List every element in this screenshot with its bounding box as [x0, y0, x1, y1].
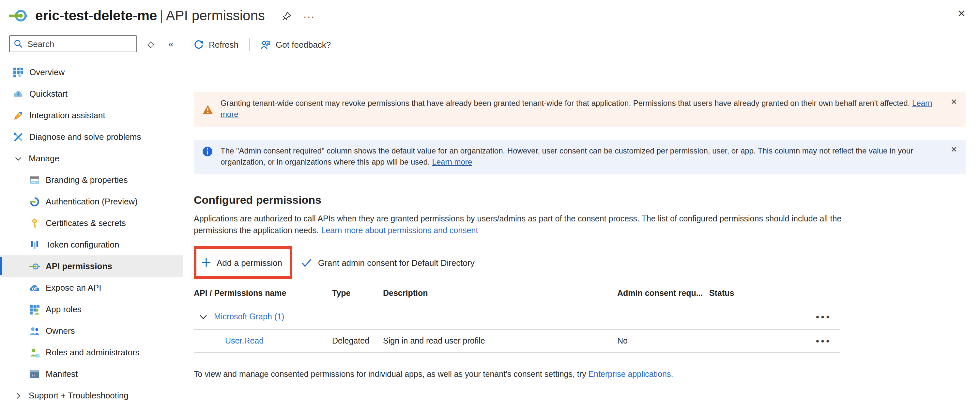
- search-input[interactable]: [9, 35, 137, 52]
- refresh-button[interactable]: Refresh: [194, 40, 239, 49]
- collapse-menu-icon[interactable]: «: [168, 38, 173, 49]
- sidebar-group-manage[interactable]: Manage: [0, 148, 183, 169]
- sidebar-item-overview[interactable]: Overview: [0, 61, 183, 83]
- sidebar: ◇ « Overview: [0, 29, 183, 405]
- authentication-icon: [29, 196, 40, 207]
- quickstart-icon: [13, 88, 24, 99]
- svg-text:www: www: [31, 181, 36, 183]
- expand-chevron-icon[interactable]: [199, 313, 207, 321]
- sidebar-item-token-configuration[interactable]: Token configuration: [0, 234, 183, 255]
- sidebar-item-label: App roles: [46, 304, 81, 314]
- sidebar-item-label: Quickstart: [29, 89, 68, 99]
- info-close-icon[interactable]: ✕: [951, 144, 957, 156]
- sidebar-group-label: Manage: [29, 153, 59, 163]
- sidebar-item-label: Branding & properties: [46, 175, 128, 185]
- grant-admin-consent-label: Grant admin consent for Default Director…: [318, 258, 475, 268]
- search-icon: [14, 39, 23, 48]
- app-registration-icon: [9, 6, 27, 25]
- sidebar-item-label: Owners: [46, 326, 75, 336]
- grant-admin-consent-button[interactable]: Grant admin consent for Default Director…: [302, 258, 475, 268]
- sidebar-item-label: Roles and administrators: [46, 348, 140, 357]
- info-banner: The "Admin consent required" column show…: [194, 140, 966, 174]
- owners-icon: [29, 325, 40, 336]
- sidebar-item-roles-administrators[interactable]: Roles and administrators: [0, 341, 183, 363]
- sidebar-group-label: Support + Troubleshooting: [29, 391, 129, 400]
- permissions-table: API / Permissions name Type Description …: [194, 285, 840, 353]
- sidebar-search-row: ◇ «: [9, 35, 183, 52]
- app-name: eric-test-delete-me: [35, 8, 157, 23]
- chevron-down-icon: [14, 155, 22, 162]
- column-header-api-permissions-name[interactable]: API / Permissions name: [194, 289, 332, 298]
- checkmark-icon: [302, 258, 312, 267]
- refresh-label: Refresh: [209, 40, 239, 49]
- sidebar-item-branding-properties[interactable]: www Branding & properties: [0, 169, 183, 191]
- command-bar: Refresh Got feedback?: [194, 31, 966, 57]
- sidebar-item-label: Manifest: [46, 369, 78, 379]
- sidebar-item-label: Authentication (Preview): [46, 196, 138, 206]
- sidebar-item-certificates-secrets[interactable]: Certificates & secrets: [0, 212, 183, 234]
- section-title: Configured permissions: [194, 194, 966, 207]
- sidebar-item-manifest[interactable]: {} Manifest: [0, 363, 183, 385]
- toolbar-separator: [249, 38, 250, 51]
- blade-header: eric-test-delete-me|API permissions ··· …: [0, 0, 980, 29]
- permission-description-cell: Sign in and read user profile: [383, 337, 617, 346]
- warning-banner: Granting tenant-wide consent may revoke …: [194, 92, 966, 127]
- roles-administrators-icon: [29, 347, 40, 357]
- title-separator: |: [157, 8, 166, 23]
- blade-name: API permissions: [166, 8, 264, 23]
- warning-icon: [202, 104, 213, 115]
- column-header-description[interactable]: Description: [383, 289, 617, 298]
- feedback-label: Got feedback?: [276, 40, 331, 49]
- close-blade-icon[interactable]: ✕: [958, 8, 966, 19]
- feedback-button[interactable]: Got feedback?: [260, 40, 331, 49]
- sidebar-item-label: Certificates & secrets: [46, 218, 126, 228]
- key-icon: [29, 218, 40, 228]
- sidebar-item-expose-an-api[interactable]: Expose an API: [0, 277, 183, 298]
- sidebar-item-diagnose[interactable]: Diagnose and solve problems: [0, 126, 183, 148]
- api-permissions-icon: [29, 261, 40, 271]
- sidebar-item-app-roles[interactable]: App roles: [0, 298, 183, 320]
- column-header-status[interactable]: Status: [709, 289, 783, 298]
- warning-close-icon[interactable]: ✕: [951, 97, 957, 108]
- sidebar-item-owners[interactable]: Owners: [0, 320, 183, 341]
- permission-type-cell: Delegated: [332, 337, 383, 346]
- azure-portal-blade: eric-test-delete-me|API permissions ··· …: [0, 0, 980, 418]
- table-row-permission: User.Read Delegated Sign in and read use…: [194, 330, 840, 352]
- warning-text: Granting tenant-wide consent may revoke …: [221, 98, 937, 121]
- sidebar-item-label: Token configuration: [46, 240, 119, 249]
- table-row-group: Microsoft Graph (1) ●●●: [194, 304, 840, 329]
- permissions-consent-link[interactable]: Learn more about permissions and consent: [321, 226, 478, 235]
- sidebar-item-api-permissions[interactable]: API permissions: [0, 255, 183, 277]
- actions-row: Add a permission Grant admin consent for…: [194, 246, 966, 279]
- info-learn-more-link[interactable]: Learn more: [432, 157, 472, 166]
- refresh-icon: [194, 40, 204, 49]
- more-menu-icon[interactable]: ···: [303, 10, 315, 21]
- page-title: eric-test-delete-me|API permissions: [35, 8, 265, 24]
- sidebar-group-support-troubleshooting[interactable]: Support + Troubleshooting: [0, 385, 183, 405]
- sidebar-item-label: Diagnose and solve problems: [29, 132, 141, 142]
- toolbar-divider: [194, 63, 966, 63]
- sidebar-item-label: Integration assistant: [29, 110, 105, 120]
- row-more-actions-icon[interactable]: ●●●: [816, 314, 840, 320]
- api-group-link[interactable]: Microsoft Graph (1): [214, 312, 284, 321]
- table-header-row: API / Permissions name Type Description …: [194, 285, 840, 304]
- sidebar-item-label: API permissions: [46, 261, 112, 271]
- add-permission-button[interactable]: Add a permission: [202, 258, 282, 268]
- keyboard-shortcut-icon[interactable]: ◇: [148, 39, 154, 49]
- enterprise-applications-link[interactable]: Enterprise applications: [589, 370, 671, 379]
- sidebar-item-label: Expose an API: [46, 283, 102, 293]
- tools-icon: [13, 132, 24, 142]
- row-more-actions-icon[interactable]: ●●●: [816, 338, 840, 344]
- column-header-admin-consent-required[interactable]: Admin consent requ...: [617, 289, 709, 298]
- column-header-type[interactable]: Type: [332, 289, 383, 298]
- feedback-icon: [260, 40, 270, 49]
- cloud-gears-icon: [29, 282, 40, 293]
- sidebar-item-quickstart[interactable]: Quickstart: [0, 83, 183, 104]
- sidebar-item-integration-assistant[interactable]: Integration assistant: [0, 104, 183, 126]
- pin-icon[interactable]: [282, 11, 292, 21]
- footer-note: To view and manage consented permissions…: [194, 370, 966, 379]
- permission-link[interactable]: User.Read: [225, 337, 264, 346]
- app-roles-icon: [29, 304, 40, 314]
- permission-admin-consent-cell: No: [617, 337, 709, 346]
- sidebar-item-authentication[interactable]: Authentication (Preview): [0, 191, 183, 212]
